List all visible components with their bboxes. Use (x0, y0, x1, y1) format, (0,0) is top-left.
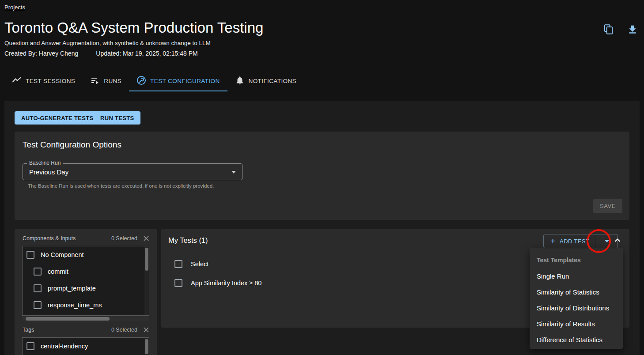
breadcrumb-projects-link[interactable]: Projects (4, 4, 25, 11)
test-row-label: Select (191, 261, 208, 268)
menu-item-difference-of-statistics[interactable]: Difference of Statistics (530, 332, 623, 347)
horizontal-scrollbar[interactable] (22, 317, 149, 321)
save-button[interactable]: SAVE (593, 199, 622, 213)
list-item[interactable]: response_time_ms (23, 297, 149, 313)
baseline-run-label: Baseline Run (27, 160, 63, 166)
checkbox-no-component[interactable] (27, 251, 34, 259)
components-selected-count: 0 Selected (111, 235, 137, 242)
baseline-helper-text: The Baseline Run is used when tests are … (28, 183, 214, 189)
table-row[interactable]: App Similarity Index ≥ 80 (174, 279, 261, 287)
page: Projects Toronto Q&A System Production T… (0, 0, 644, 355)
baseline-run-value: Previous Day (29, 168, 68, 176)
close-icon[interactable] (143, 326, 150, 333)
tags-selected-count: 0 Selected (111, 327, 137, 333)
checkbox-app-similarity-test[interactable] (174, 279, 182, 287)
baseline-run-select[interactable]: Baseline Run Previous Day (23, 163, 242, 180)
tab-label: TEST SESSIONS (26, 78, 75, 84)
list-item-label: No Component (41, 251, 84, 258)
page-subtitle: Question and Answer Augmentation, with s… (4, 40, 211, 46)
dropdown-caret-icon (604, 240, 610, 242)
updated-text: Updated: Mar 19, 2025, 02:15:48 PM (96, 50, 197, 57)
config-card-title: Test Configuration Options (23, 140, 121, 150)
wrench-circle-icon (136, 76, 146, 87)
checkbox-select-test[interactable] (174, 260, 182, 268)
tab-test-sessions[interactable]: TEST SESSIONS (4, 71, 83, 91)
tab-label: NOTIFICATIONS (249, 78, 296, 84)
menu-header: Test Templates (530, 252, 623, 268)
filters-panel: Components & Inputs 0 Selected No Compon… (15, 229, 157, 355)
table-row[interactable]: Select (174, 260, 208, 268)
list-item[interactable]: No Component (23, 246, 149, 263)
add-test-button[interactable]: + ADD TEST (544, 234, 596, 248)
scrollbar-thumb[interactable] (26, 317, 110, 321)
content-surface: AUTO-GENERATE TESTS RUN TESTS Test Confi… (4, 101, 640, 355)
list-item-label: commit (48, 268, 68, 275)
tab-label: TEST CONFIGURATION (150, 78, 220, 84)
chevron-up-icon (613, 236, 622, 245)
vertical-scrollbar[interactable] (144, 338, 149, 355)
menu-item-single-run[interactable]: Single Run (530, 268, 623, 284)
scrollbar-thumb[interactable] (145, 248, 148, 271)
test-row-label: App Similarity Index ≥ 80 (191, 279, 261, 287)
download-icon[interactable] (627, 24, 638, 35)
checkbox-central-tendency[interactable] (27, 342, 34, 350)
tab-bar: TEST SESSIONS RUNS TEST CON (4, 71, 304, 91)
checkbox-prompt-template[interactable] (34, 284, 42, 292)
list-item-label: prompt_template (48, 285, 96, 292)
scrollbar-thumb[interactable] (145, 339, 148, 354)
test-templates-menu: Test Templates Single Run Similarity of … (530, 248, 623, 349)
add-test-split-button: + ADD TEST (543, 234, 618, 248)
close-icon[interactable] (143, 235, 150, 242)
tags-title: Tags (23, 327, 111, 333)
menu-item-similarity-of-distributions[interactable]: Similarity of Distributions (530, 300, 623, 316)
copy-icon[interactable] (603, 24, 614, 35)
checkbox-commit[interactable] (34, 268, 42, 276)
add-test-label: ADD TEST (560, 238, 589, 245)
components-inputs-title: Components & Inputs (23, 235, 111, 242)
list-item[interactable]: central-tendency (23, 338, 149, 355)
menu-item-similarity-of-statistics[interactable]: Similarity of Statistics (530, 284, 623, 300)
collapse-panel-button[interactable] (612, 235, 623, 245)
my-tests-title: My Tests (1) (168, 236, 208, 245)
auto-generate-tests-button[interactable]: AUTO-GENERATE TESTS (15, 111, 100, 125)
tab-notifications[interactable]: NOTIFICATIONS (227, 71, 304, 91)
components-inputs-header: Components & Inputs 0 Selected (15, 229, 157, 246)
tab-test-configuration[interactable]: TEST CONFIGURATION (129, 71, 227, 91)
list-item[interactable]: prompt_template (23, 280, 149, 297)
page-title: Toronto Q&A System Production Testing (4, 19, 263, 36)
menu-item-similarity-of-results[interactable]: Similarity of Results (530, 316, 623, 332)
list-item-label: central-tendency (41, 343, 88, 350)
chart-line-icon (12, 76, 22, 87)
chevron-down-icon (231, 171, 236, 174)
list-item[interactable]: commit (23, 263, 149, 280)
test-configuration-options-card: Test Configuration Options Baseline Run … (15, 132, 629, 220)
tags-list: central-tendency (22, 337, 149, 355)
checkbox-response-time-ms[interactable] (34, 301, 42, 309)
bell-icon (235, 76, 245, 87)
tags-header: Tags 0 Selected (15, 321, 157, 337)
meta-row: Created By: Harvey Cheng Updated: Mar 19… (4, 50, 198, 57)
tab-runs[interactable]: RUNS (83, 71, 129, 91)
plus-icon: + (550, 237, 555, 245)
tab-label: RUNS (104, 78, 121, 84)
vertical-scrollbar[interactable] (144, 246, 149, 315)
list-item-label: response_time_ms (48, 302, 102, 309)
components-list: No Component commit prompt_template resp… (22, 246, 149, 316)
runs-list-icon (90, 76, 100, 87)
created-by-text: Created By: Harvey Cheng (4, 50, 78, 57)
run-tests-button[interactable]: RUN TESTS (94, 111, 140, 125)
